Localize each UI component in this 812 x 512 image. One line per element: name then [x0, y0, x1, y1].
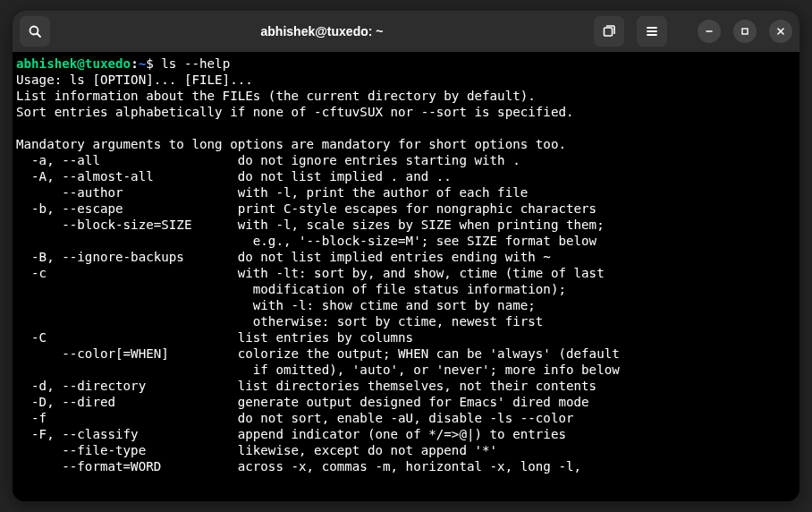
output-line: -F, --classify append indicator (one of … [16, 427, 566, 441]
prompt-colon: : [131, 56, 139, 71]
close-icon [776, 27, 785, 36]
svg-rect-2 [605, 28, 613, 36]
new-tab-icon [602, 24, 616, 38]
output-line: -B, --ignore-backups do not list implied… [16, 250, 551, 264]
output-line: --format=WORD across -x, commas -m, hori… [16, 459, 581, 474]
new-tab-button[interactable] [594, 16, 624, 47]
maximize-button[interactable] [733, 20, 757, 43]
output-line: --block-size=SIZE with -l, scale sizes b… [16, 218, 605, 232]
output-line: -D, --dired generate output designed for… [16, 395, 589, 409]
output-line: -A, --almost-all do not list implied . a… [16, 169, 452, 183]
titlebar-right [594, 16, 792, 47]
terminal-window: abhishek@tuxedo: ~ [13, 11, 799, 501]
window-title: abhishek@tuxedo: ~ [50, 24, 594, 38]
search-icon [28, 24, 42, 38]
close-button[interactable] [769, 20, 792, 43]
output-line: List information about the FILEs (the cu… [16, 89, 536, 103]
output-line: -a, --all do not ignore entries starting… [16, 153, 520, 167]
maximize-icon [740, 27, 749, 36]
terminal-content[interactable]: abhishek@tuxedo:~$ ls --help Usage: ls [… [13, 52, 799, 501]
prompt-user-host: abhishek@tuxedo [16, 56, 131, 71]
output-line: --author with -l, print the author of ea… [16, 185, 528, 200]
hamburger-icon [645, 24, 659, 38]
hamburger-menu-button[interactable] [637, 16, 667, 47]
output-line: e.g., '--block-size=M'; see SIZE format … [16, 234, 596, 248]
minimize-icon [705, 27, 714, 36]
prompt-path: ~ [139, 56, 147, 71]
prompt-symbol: $ [146, 56, 154, 71]
titlebar-left [20, 16, 50, 47]
typed-command: ls --help [161, 56, 230, 71]
output-line: modification of file status information)… [16, 282, 566, 296]
minimize-button[interactable] [698, 20, 721, 43]
output-line: -c with -lt: sort by, and show, ctime (t… [16, 266, 605, 280]
output-line: -C list entries by columns [16, 330, 413, 345]
output-line: if omitted), 'auto', or 'never'; more in… [16, 363, 620, 377]
svg-rect-7 [742, 29, 748, 34]
output-line: -b, --escape print C-style escapes for n… [16, 201, 596, 216]
output-line: Usage: ls [OPTION]... [FILE]... [16, 73, 253, 87]
output-line: --color[=WHEN] colorize the output; WHEN… [16, 346, 620, 361]
svg-line-1 [38, 34, 41, 38]
output-line: --file-type likewise, except do not appe… [16, 443, 497, 457]
output-line: otherwise: sort by ctime, newest first [16, 314, 543, 329]
output-line: with -l: show ctime and sort by name; [16, 298, 536, 312]
output-line: -f do not sort, enable -aU, disable -ls … [16, 411, 574, 425]
search-button[interactable] [20, 16, 50, 47]
titlebar: abhishek@tuxedo: ~ [13, 11, 799, 52]
output-line: Sort entries alphabetically if none of -… [16, 105, 574, 119]
output-line: -d, --directory list directories themsel… [16, 379, 596, 393]
output-line: Mandatory arguments to long options are … [16, 137, 566, 151]
